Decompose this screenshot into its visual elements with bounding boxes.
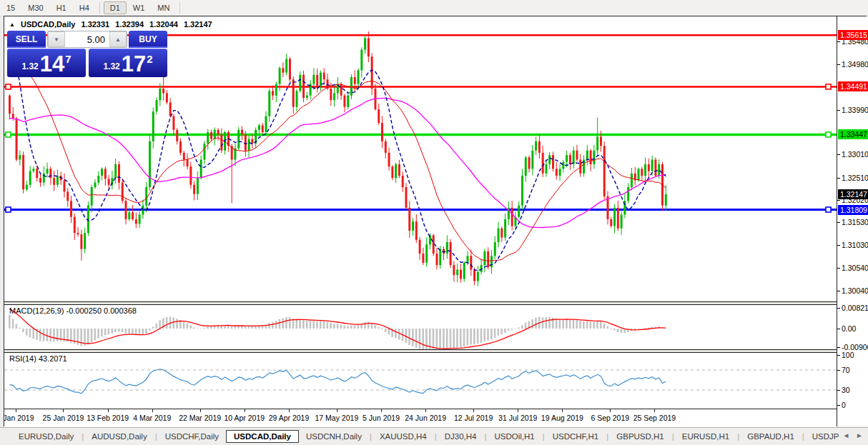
bear-candle: [169, 102, 172, 116]
macd-axis-label: 0.00: [842, 324, 856, 333]
volume-input[interactable]: [65, 31, 109, 47]
line-drag-handle[interactable]: [826, 207, 831, 212]
bear-candle: [36, 169, 38, 178]
macd-histogram-bar: [22, 329, 24, 332]
volume-increase-button[interactable]: ▲: [109, 31, 127, 47]
chart-tab-gbpusd-h1[interactable]: GBPUSD,H1: [609, 430, 671, 443]
macd-histogram-bar: [176, 319, 178, 329]
timeframe-button-d1[interactable]: D1: [104, 1, 127, 14]
date-axis-label: 6 Sep 2019: [591, 414, 629, 422]
timeframe-button-15[interactable]: 15: [0, 1, 21, 14]
tab-separator: |: [435, 432, 437, 441]
chart-tab-usdoil-h1[interactable]: USDOil,H1: [487, 430, 541, 443]
tab-separator: |: [543, 432, 545, 441]
line-drag-handle[interactable]: [826, 132, 831, 137]
tab-separator: |: [155, 432, 157, 441]
date-axis-tick: [337, 409, 337, 412]
line-drag-handle[interactable]: [6, 207, 11, 212]
timeframe-button-w1[interactable]: W1: [127, 1, 152, 14]
bull-candle: [91, 187, 93, 206]
timeframe-button-h1[interactable]: H1: [50, 1, 73, 14]
macd-histogram-bar: [142, 329, 144, 335]
bull-candle: [638, 169, 640, 180]
chart-tab-eurusd-h1[interactable]: EURUSD,H1: [675, 430, 736, 443]
panel-splitter[interactable]: [4, 349, 867, 353]
bear-candle: [16, 119, 18, 160]
date-axis-label: 22 Mar 2019: [179, 414, 221, 422]
macd-histogram-bar: [644, 328, 646, 329]
sell-quote-button[interactable]: 1.32 14 7: [7, 49, 86, 77]
macd-histogram-bar: [306, 321, 308, 329]
macd-histogram-bar: [590, 321, 592, 329]
bear-candle: [63, 180, 65, 191]
tab-scroll-left-icon[interactable]: ◄: [842, 431, 852, 439]
date-axis[interactable]: 7 Jan 201925 Jan 201913 Feb 20194 Mar 20…: [4, 409, 837, 427]
price-badge: 1.35615: [838, 30, 868, 40]
chart-tab-usdchf-h1[interactable]: USDCHF,H1: [546, 430, 606, 443]
chart-tab-dj30-h4[interactable]: DJ30,H4: [438, 430, 484, 443]
macd-label: MACD(12,26,9) -0.000250 0.000368: [9, 306, 137, 315]
bear-candle: [576, 151, 578, 160]
rsi-indicator-panel[interactable]: [4, 353, 837, 408]
date-axis-tick: [108, 409, 109, 412]
bear-candle: [118, 164, 120, 183]
bull-candle: [200, 160, 202, 179]
timeframe-button-mn[interactable]: MN: [151, 1, 176, 14]
macd-histogram-bar: [245, 326, 247, 329]
panel-splitter[interactable]: [4, 301, 867, 305]
line-drag-handle[interactable]: [6, 84, 11, 89]
volume-decrease-button[interactable]: ▼: [48, 31, 65, 47]
bear-candle: [66, 191, 69, 201]
macd-histogram-bar: [272, 322, 274, 329]
macd-histogram-bar: [562, 319, 564, 329]
macd-histogram-bar: [463, 329, 465, 346]
collapse-arrow-icon[interactable]: ▲: [9, 21, 15, 28]
sell-button[interactable]: SELL: [7, 31, 46, 48]
bull-candle: [279, 68, 281, 84]
bull-candle: [84, 233, 86, 249]
date-axis-tick: [473, 409, 474, 412]
chart-tab-gbpaud-h1[interactable]: GBPAUD,H1: [740, 430, 802, 443]
tab-separator: |: [82, 432, 84, 441]
tab-scroll-right-icon[interactable]: ►: [856, 431, 865, 439]
macd-histogram-bar: [114, 329, 117, 332]
chart-tab-audusd-daily[interactable]: AUDUSD,Daily: [84, 430, 154, 443]
bull-candle: [467, 256, 469, 263]
bull-candle: [545, 164, 547, 174]
bull-candle: [573, 151, 575, 164]
bear-candle: [80, 234, 82, 249]
rsi-axis-tick: [837, 370, 840, 371]
bear-candle: [323, 73, 325, 80]
timeframe-toolbar: 15M30H1H4D1W1MN: [0, 0, 868, 16]
bull-candle: [395, 164, 397, 178]
price-axis-label: 1.30040: [842, 286, 868, 295]
chart-tab-usdjp[interactable]: USDJP: [805, 430, 847, 443]
rsi-axis-label: 100: [842, 351, 854, 359]
line-drag-handle[interactable]: [6, 132, 11, 137]
macd-histogram-bar: [189, 326, 192, 329]
macd-histogram-bar: [480, 329, 483, 343]
bull-candle: [535, 141, 537, 151]
date-axis-label: 25 Sep 2019: [633, 414, 676, 422]
buy-quote-button[interactable]: 1.32 17 2: [89, 49, 167, 77]
chart-tab-usdcnh-daily[interactable]: USDCNH,Daily: [299, 430, 369, 443]
macd-histogram-bar: [525, 323, 527, 329]
timeframe-button-h4[interactable]: H4: [73, 1, 96, 14]
timeframe-button-m30[interactable]: M30: [21, 1, 49, 14]
price-axis-tick: [837, 154, 840, 155]
macd-histogram-bar: [282, 319, 284, 329]
macd-histogram-bar: [483, 329, 485, 341]
macd-histogram-bar: [603, 324, 606, 329]
chart-tab-xauusd-h4[interactable]: XAUUSD,H4: [373, 430, 434, 443]
chart-tab-eurusd-daily[interactable]: EURUSD,Daily: [11, 430, 81, 443]
chart-tab-usdchf-daily[interactable]: USDCHF,Daily: [158, 430, 226, 443]
chart-tab-usdcad-daily[interactable]: USDCAD,Daily: [226, 430, 299, 443]
price-axis[interactable]: 1.354801.349801.339901.330101.325101.320…: [837, 16, 868, 426]
bull-candle: [43, 174, 45, 183]
bull-candle: [306, 96, 308, 98]
macd-histogram-bar: [511, 329, 513, 330]
date-axis-label: 31 Jul 2019: [498, 414, 537, 422]
line-drag-handle[interactable]: [826, 84, 831, 89]
date-axis-label: 4 Mar 2019: [133, 414, 171, 422]
buy-button[interactable]: BUY: [129, 31, 167, 48]
